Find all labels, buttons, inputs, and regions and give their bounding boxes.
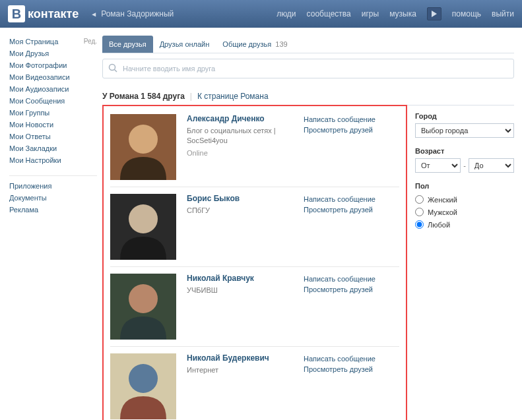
- svg-point-9: [129, 364, 158, 393]
- search-icon: [108, 63, 117, 74]
- friend-row: Николай КравчукУЧБИВШНаписать сообщениеП…: [110, 266, 399, 346]
- write-message-link[interactable]: Написать сообщение: [304, 114, 399, 125]
- nav-communities[interactable]: сообщества: [307, 9, 351, 18]
- sidebar-item[interactable]: Мои Настройки: [9, 154, 97, 166]
- tab-all-friends[interactable]: Все друзья: [102, 36, 153, 53]
- tab-mutual-count: 139: [275, 40, 287, 48]
- avatar-icon: [110, 114, 176, 180]
- filter-city-label: Город: [415, 112, 514, 120]
- sidebar-item[interactable]: Мои Фотографии: [9, 59, 97, 71]
- friend-name-link[interactable]: Борис Быков: [187, 194, 293, 203]
- tab-mutual-friends[interactable]: Общие друзья 139: [216, 36, 294, 53]
- gender-female-radio[interactable]: [415, 195, 424, 204]
- nav-people[interactable]: люди: [277, 9, 296, 18]
- back-arrow-icon: ◄: [90, 11, 97, 18]
- gender-female-label: Женский: [428, 196, 457, 204]
- svg-point-0: [110, 65, 115, 71]
- sidebar-item[interactable]: Мои Видеозаписи: [9, 71, 97, 83]
- filter-gender-label: Пол: [415, 182, 514, 190]
- avatar-icon: [110, 194, 176, 260]
- friends-count-text: У Романа 1 584 друга: [102, 92, 185, 101]
- play-icon: [432, 11, 437, 17]
- friend-subtitle: УЧБИВШ: [187, 285, 293, 295]
- friend-name-link[interactable]: Александр Диченко: [187, 114, 293, 123]
- avatar-icon: [110, 353, 176, 419]
- svg-point-7: [129, 284, 158, 313]
- nav-logout[interactable]: выйти: [492, 9, 514, 18]
- friend-subtitle: СПбГУ: [187, 206, 293, 216]
- view-friends-link[interactable]: Просмотреть друзей: [304, 284, 399, 295]
- friend-avatar[interactable]: [110, 274, 176, 340]
- filter-age-to-select[interactable]: До: [469, 158, 514, 173]
- friend-info: Александр ДиченкоБлог о социальных сетях…: [187, 114, 293, 180]
- view-friends-link[interactable]: Просмотреть друзей: [304, 125, 399, 135]
- friend-actions: Написать сообщениеПросмотреть друзей: [304, 274, 399, 340]
- filter-age-from-select[interactable]: От: [415, 158, 461, 173]
- gender-any-radio[interactable]: [415, 220, 424, 229]
- view-friends-link[interactable]: Просмотреть друзей: [304, 364, 399, 375]
- sidebar-item[interactable]: Мои Аудиозаписи: [9, 83, 97, 95]
- friend-subtitle: Интернет: [187, 365, 293, 375]
- main-content: Все друзья Друзья онлайн Общие друзья 13…: [102, 36, 522, 420]
- gender-female-row[interactable]: Женский: [415, 193, 514, 206]
- gender-male-radio[interactable]: [415, 208, 424, 216]
- sidebar-item[interactable]: Мои Группы: [9, 107, 97, 119]
- friend-actions: Написать сообщениеПросмотреть друзей: [304, 194, 399, 260]
- profile-name: Роман Задорижный: [101, 9, 174, 18]
- sidebar-item[interactable]: Приложения: [9, 180, 97, 192]
- friend-row: Николай БудеркевичИнтернетНаписать сообщ…: [110, 346, 399, 420]
- left-sidebar: Моя СтраницаРед.Мои ДрузьяМои Фотографии…: [0, 36, 102, 420]
- logo-icon: В: [8, 5, 25, 22]
- tab-online-friends[interactable]: Друзья онлайн: [153, 36, 216, 53]
- friend-avatar[interactable]: [110, 353, 176, 419]
- filters-panel: Город Выбор города Возраст От - До Пол: [415, 105, 514, 420]
- friend-row: Александр ДиченкоБлог о социальных сетях…: [110, 114, 399, 187]
- logo[interactable]: В контакте: [8, 5, 79, 22]
- svg-point-3: [129, 125, 158, 154]
- sidebar-item[interactable]: Документы: [9, 192, 97, 204]
- view-friends-link[interactable]: Просмотреть друзей: [304, 204, 399, 215]
- gender-any-label: Любой: [428, 221, 450, 229]
- sidebar-separator: [9, 175, 97, 176]
- sidebar-item[interactable]: Мои Новости: [9, 119, 97, 131]
- age-dash: -: [463, 162, 466, 169]
- sidebar-edit-link[interactable]: Ред.: [84, 38, 97, 45]
- write-message-link[interactable]: Написать сообщение: [304, 194, 399, 204]
- friend-avatar[interactable]: [110, 114, 176, 180]
- friend-actions: Написать сообщениеПросмотреть друзей: [304, 353, 399, 419]
- to-profile-link[interactable]: К странице Романа: [197, 92, 269, 101]
- header-profile-link[interactable]: ◄ Роман Задорижный: [90, 9, 174, 18]
- top-nav: люди сообщества игры музыка помощь выйти: [277, 7, 514, 20]
- write-message-link[interactable]: Написать сообщение: [304, 274, 399, 284]
- friend-avatar[interactable]: [110, 194, 176, 260]
- friend-info: Николай КравчукУЧБИВШ: [187, 274, 293, 340]
- tab-mutual-label: Общие друзья: [222, 40, 271, 48]
- friend-info: Николай БудеркевичИнтернет: [187, 353, 293, 419]
- sidebar-item[interactable]: Мои Ответы: [9, 131, 97, 142]
- nav-games[interactable]: игры: [362, 9, 379, 18]
- sidebar-item[interactable]: Мои Закладки: [9, 142, 97, 154]
- friend-name-link[interactable]: Николай Кравчук: [187, 274, 293, 283]
- top-header: В контакте ◄ Роман Задорижный люди сообщ…: [0, 0, 522, 28]
- logo-text: контакте: [28, 7, 79, 21]
- play-button[interactable]: [427, 7, 441, 20]
- friend-info: Борис БыковСПбГУ: [187, 194, 293, 260]
- search-input[interactable]: [123, 65, 508, 73]
- nav-music[interactable]: музыка: [389, 9, 416, 18]
- gender-male-label: Мужской: [428, 208, 457, 216]
- nav-help[interactable]: помощь: [452, 9, 481, 18]
- filter-city-select[interactable]: Выбор города: [415, 123, 514, 138]
- sidebar-item[interactable]: Мои Сообщения: [9, 95, 97, 107]
- sidebar-item[interactable]: Мои Друзья: [9, 47, 97, 59]
- svg-point-5: [129, 204, 158, 233]
- sidebar-item[interactable]: Моя СтраницаРед.: [9, 36, 97, 47]
- friend-online-status: Online: [187, 149, 293, 157]
- summary-separator: |: [190, 92, 192, 101]
- gender-male-row[interactable]: Мужской: [415, 206, 514, 218]
- friend-row: Борис БыковСПбГУНаписать сообщениеПросмо…: [110, 187, 399, 266]
- friend-name-link[interactable]: Николай Будеркевич: [187, 353, 293, 363]
- write-message-link[interactable]: Написать сообщение: [304, 353, 399, 364]
- friend-actions: Написать сообщениеПросмотреть друзей: [304, 114, 399, 180]
- gender-any-row[interactable]: Любой: [415, 218, 514, 231]
- sidebar-item[interactable]: Реклама: [9, 204, 97, 216]
